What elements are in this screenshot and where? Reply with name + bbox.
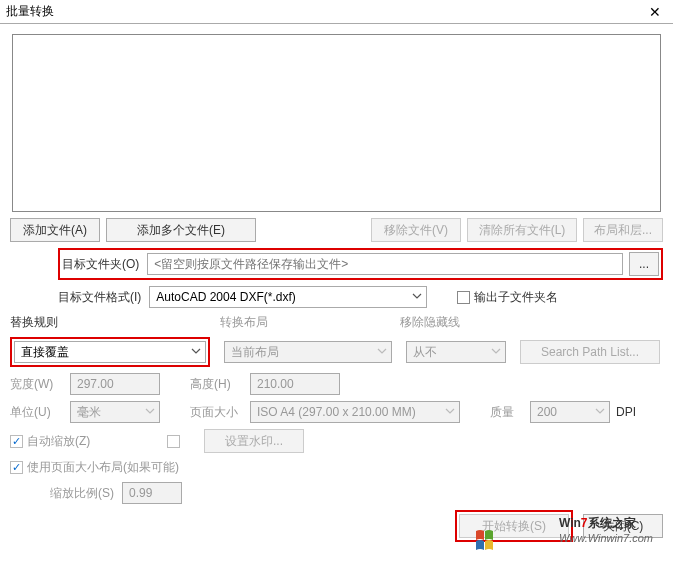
unit-page-row: 单位(U) 毫米 页面大小 ISO A4 (297.00 x 210.00 MM… [10, 401, 663, 423]
auto-scale-row: 自动缩放(Z) 设置水印... [10, 429, 663, 453]
rules-row: 直接覆盖 当前布局 从不 Search Path List... [10, 337, 663, 367]
rules-header-row: 替换规则 转换布局 移除隐藏线 [10, 314, 663, 331]
chevron-down-icon [191, 345, 201, 359]
auto-scale-checkbox [10, 435, 23, 448]
remove-hidden-label: 移除隐藏线 [400, 314, 460, 331]
remove-hidden-value: 从不 [413, 344, 437, 361]
target-folder-input[interactable] [147, 253, 623, 275]
quality-label: 质量 [490, 404, 530, 421]
chevron-down-icon [377, 345, 387, 359]
height-label: 高度(H) [190, 376, 250, 393]
chevron-down-icon [595, 405, 605, 419]
remove-hidden-select: 从不 [406, 341, 506, 363]
scale-ratio-row: 缩放比例(S) [50, 482, 663, 504]
target-format-select[interactable]: AutoCAD 2004 DXF(*.dxf) [149, 286, 427, 308]
convert-layout-select: 当前布局 [224, 341, 392, 363]
chevron-down-icon [145, 405, 155, 419]
main-content: 添加文件(A) 添加多个文件(E) 移除文件(V) 清除所有文件(L) 布局和层… [0, 24, 673, 542]
chevron-down-icon [491, 345, 501, 359]
add-multi-files-button[interactable]: 添加多个文件(E) [106, 218, 256, 242]
watermark-prefix: Win [559, 516, 581, 530]
watermark-rest: 系统之家 [588, 516, 636, 530]
target-folder-label: 目标文件夹(O) [62, 256, 139, 273]
quality-select: 200 [530, 401, 610, 423]
chevron-down-icon [445, 405, 455, 419]
remove-file-button: 移除文件(V) [371, 218, 461, 242]
title-bar: 批量转换 ✕ [0, 0, 673, 24]
output-subfolder-label: 输出子文件夹名 [474, 289, 558, 306]
unit-label: 单位(U) [10, 404, 70, 421]
use-page-layout-label: 使用页面大小布局(如果可能) [27, 459, 179, 476]
width-input [70, 373, 160, 395]
watermark-seven: 7 [581, 516, 588, 530]
add-file-button[interactable]: 添加文件(A) [10, 218, 100, 242]
convert-layout-label: 转换布局 [220, 314, 400, 331]
format-row: 目标文件格式(I) AutoCAD 2004 DXF(*.dxf) 输出子文件夹… [58, 286, 663, 308]
page-size-value: ISO A4 (297.00 x 210.00 MM) [257, 405, 416, 419]
watermark-checkbox [167, 435, 180, 448]
page-size-select: ISO A4 (297.00 x 210.00 MM) [250, 401, 460, 423]
dimensions-row: 宽度(W) 高度(H) [10, 373, 663, 395]
convert-layout-value: 当前布局 [231, 344, 279, 361]
width-label: 宽度(W) [10, 376, 70, 393]
layout-layers-button: 布局和层... [583, 218, 663, 242]
replace-rule-select[interactable]: 直接覆盖 [14, 341, 206, 363]
windows-flag-icon [474, 527, 508, 555]
clear-all-button: 清除所有文件(L) [467, 218, 577, 242]
target-folder-section: 目标文件夹(O) ... [58, 248, 663, 280]
search-path-button: Search Path List... [520, 340, 660, 364]
replace-rule-section: 直接覆盖 [10, 337, 210, 367]
file-buttons-row: 添加文件(A) 添加多个文件(E) 移除文件(V) 清除所有文件(L) 布局和层… [10, 218, 663, 242]
close-icon[interactable]: ✕ [643, 4, 667, 20]
chevron-down-icon [412, 290, 422, 304]
page-size-label: 页面大小 [190, 404, 250, 421]
replace-rules-label: 替换规则 [10, 314, 220, 331]
set-watermark-button: 设置水印... [204, 429, 304, 453]
height-input [250, 373, 340, 395]
start-conv-section: 开始转换(S) [455, 510, 573, 542]
use-page-layout-row: 使用页面大小布局(如果可能) [10, 459, 663, 476]
file-list[interactable] [12, 34, 661, 212]
unit-value: 毫米 [77, 404, 101, 421]
output-subfolder-checkbox[interactable] [457, 291, 470, 304]
window-title: 批量转换 [6, 3, 643, 20]
quality-value: 200 [537, 405, 557, 419]
scale-ratio-input [122, 482, 182, 504]
dpi-label: DPI [616, 405, 636, 419]
browse-folder-button[interactable]: ... [629, 252, 659, 276]
scale-ratio-label: 缩放比例(S) [50, 485, 114, 502]
unit-select: 毫米 [70, 401, 160, 423]
auto-scale-label: 自动缩放(Z) [27, 433, 167, 450]
target-format-label: 目标文件格式(I) [58, 289, 141, 306]
replace-rule-value: 直接覆盖 [21, 344, 69, 361]
watermark-text: Win7系统之家 Www.Winwin7.com [559, 513, 653, 544]
watermark-url: Www.Winwin7.com [559, 532, 653, 544]
use-page-layout-checkbox [10, 461, 23, 474]
target-format-value: AutoCAD 2004 DXF(*.dxf) [156, 290, 295, 304]
